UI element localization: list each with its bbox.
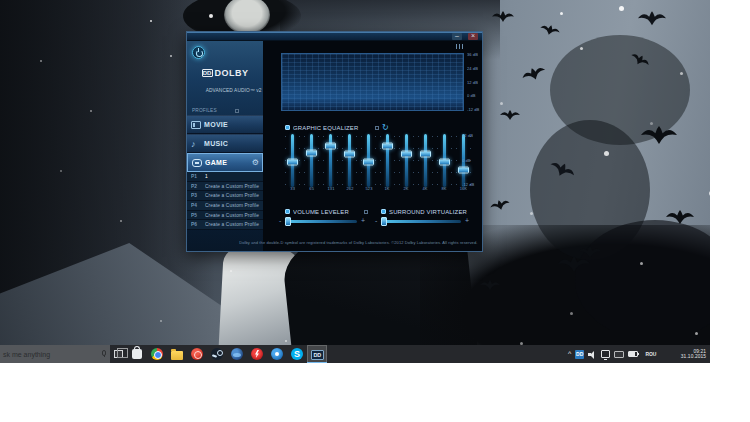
profile-item-movie[interactable]: MOVIE xyxy=(187,115,263,134)
system-tray: ^ DD ROU 09:21 31.10.2015 xyxy=(568,345,710,363)
info-icon[interactable] xyxy=(235,109,239,113)
power-button[interactable] xyxy=(192,46,205,59)
taskbar-app-file-explorer[interactable] xyxy=(167,345,187,363)
graphic-equalizer-header: GRAPHIC EQUALIZER ↻ xyxy=(285,124,389,131)
volume-leveler-handle[interactable] xyxy=(285,217,291,226)
custom-profile-p6[interactable]: P6 Create a Custom Profile xyxy=(187,220,263,230)
surround-virtualizer-slider[interactable]: - + xyxy=(375,216,469,226)
taskbar: sk me anything S DD ^ DD R xyxy=(0,345,710,363)
eq-slider-handle[interactable] xyxy=(363,158,374,165)
time-text: 09:21 xyxy=(693,350,706,353)
taskbar-app-red-media[interactable] xyxy=(187,345,207,363)
taskbar-app-steam[interactable] xyxy=(207,345,227,363)
dolby-tray-icon[interactable]: DD xyxy=(575,350,584,359)
task-view-button[interactable] xyxy=(110,345,127,363)
eq-slider-handle[interactable] xyxy=(287,158,298,165)
taskbar-app-chrome[interactable] xyxy=(147,345,167,363)
equalizer-sliders: 33 65 131 262 xyxy=(283,134,473,187)
custom-profile-p4[interactable]: P4 Create a Custom Profile xyxy=(187,201,263,211)
globe-icon xyxy=(231,348,243,360)
info-icon[interactable] xyxy=(364,210,368,214)
language-indicator[interactable]: ROU xyxy=(646,351,657,357)
eq-slider-handle[interactable] xyxy=(382,142,393,149)
hidden-icons-chevron[interactable]: ^ xyxy=(568,350,571,357)
plus-label: + xyxy=(361,216,365,226)
eq-slider-handle[interactable] xyxy=(420,150,431,157)
keyboard-icon[interactable] xyxy=(614,351,624,358)
window-titlebar[interactable]: – × xyxy=(187,32,482,41)
profile-item-game[interactable]: GAME ⚙ xyxy=(187,153,263,172)
copyright-text: Dolby and the double-D symbol are regist… xyxy=(239,240,477,245)
task-view-icon xyxy=(114,350,123,358)
equalizer-checkbox[interactable] xyxy=(285,125,290,130)
microphone-icon[interactable] xyxy=(102,350,106,356)
wallpaper-snow xyxy=(560,12,563,15)
surround-virtualizer-checkbox[interactable] xyxy=(381,209,386,214)
wallpaper-bats xyxy=(470,0,710,330)
profiles-sidebar: DD DOLBY ADVANCED AUDIO™ v2 PROFILES MOV… xyxy=(187,41,263,251)
clock[interactable]: 09:21 31.10.2015 xyxy=(664,349,708,359)
taskbar-app-globe[interactable] xyxy=(227,345,247,363)
custom-profile-p3[interactable]: P3 Create a Custom Profile xyxy=(187,191,263,201)
minus-label: - xyxy=(375,216,377,226)
taskbar-app-store[interactable] xyxy=(127,345,147,363)
meter-icon xyxy=(456,44,463,49)
audio-panel: 36 dB 24 dB 12 dB 0 dB -12 dB GRAPHIC EQ… xyxy=(263,41,482,251)
gamepad-icon xyxy=(192,159,202,167)
blue-app-icon xyxy=(271,348,283,360)
gear-icon[interactable]: ⚙ xyxy=(252,159,259,167)
profiles-header: PROFILES xyxy=(192,106,239,115)
music-note-icon: ♪ xyxy=(191,140,201,148)
info-icon[interactable] xyxy=(375,126,379,130)
steam-icon xyxy=(211,348,223,360)
battery-icon[interactable] xyxy=(628,351,638,357)
eq-slider-handle[interactable] xyxy=(401,150,412,157)
taskbar-app-blue[interactable] xyxy=(267,345,287,363)
eq-slider-handle[interactable] xyxy=(306,150,317,157)
volume-icon[interactable] xyxy=(588,350,597,359)
eq-slider-handle[interactable] xyxy=(439,159,450,166)
folder-icon xyxy=(171,351,183,360)
taskbar-app-dolby[interactable]: DD xyxy=(307,345,327,363)
search-input[interactable]: sk me anything xyxy=(0,345,110,363)
slider-track xyxy=(381,220,461,223)
minus-label: - xyxy=(279,216,281,226)
dolby-advanced-audio-window: – × DD DOLBY ADVANCED AUDIO™ v2 PROFILES xyxy=(186,31,483,252)
screenshot-canvas: – × DD DOLBY ADVANCED AUDIO™ v2 PROFILES xyxy=(0,0,750,422)
output-graph xyxy=(281,53,464,111)
taskbar-app-skype[interactable]: S xyxy=(287,345,307,363)
volume-leveler-checkbox[interactable] xyxy=(285,209,290,214)
search-placeholder: sk me anything xyxy=(0,351,50,358)
surround-virtualizer-header: SURROUND VIRTUALIZER xyxy=(381,208,483,215)
custom-profile-p2[interactable]: P2 Create a Custom Profile xyxy=(187,182,263,192)
plus-label: + xyxy=(465,216,469,226)
film-icon xyxy=(191,121,201,129)
reset-icon[interactable]: ↻ xyxy=(382,125,389,131)
wallpaper-snow xyxy=(150,20,152,22)
output-graph-scale: 36 dB 24 dB 12 dB 0 dB -12 dB xyxy=(467,50,483,114)
brand-subtitle: ADVANCED AUDIO™ v2 xyxy=(206,88,262,93)
eq-slider-handle[interactable] xyxy=(325,142,336,149)
taskbar-app-bolt-media[interactable] xyxy=(247,345,267,363)
volume-leveler-slider[interactable]: - + xyxy=(279,216,365,226)
dolby-icon: DD xyxy=(311,350,324,360)
close-button[interactable]: × xyxy=(468,33,478,40)
slider-track xyxy=(285,220,357,223)
dolby-brand: DD DOLBY ADVANCED AUDIO™ v2 xyxy=(187,68,263,97)
minimize-button[interactable]: – xyxy=(452,33,462,40)
surround-virtualizer-handle[interactable] xyxy=(381,217,387,226)
volume-leveler-header: VOLUME LEVELER xyxy=(285,208,368,215)
brand-name: DOLBY xyxy=(215,68,249,78)
eq-slider-handle[interactable] xyxy=(344,151,355,158)
profile-item-music[interactable]: ♪ MUSIC xyxy=(187,134,263,153)
store-icon xyxy=(132,349,142,359)
custom-profile-p1[interactable]: P1 1 xyxy=(187,172,263,182)
custom-profile-p5[interactable]: P5 Create a Custom Profile xyxy=(187,211,263,221)
chrome-icon xyxy=(151,348,163,360)
profiles-menu: MOVIE ♪ MUSIC GAME ⚙ P1 1 xyxy=(187,115,263,230)
desktop-wallpaper: – × DD DOLBY ADVANCED AUDIO™ v2 PROFILES xyxy=(0,0,710,363)
network-icon[interactable] xyxy=(601,350,610,358)
date-text: 31.10.2015 xyxy=(681,355,706,358)
red-app-icon xyxy=(191,348,203,360)
skype-icon: S xyxy=(291,348,303,360)
